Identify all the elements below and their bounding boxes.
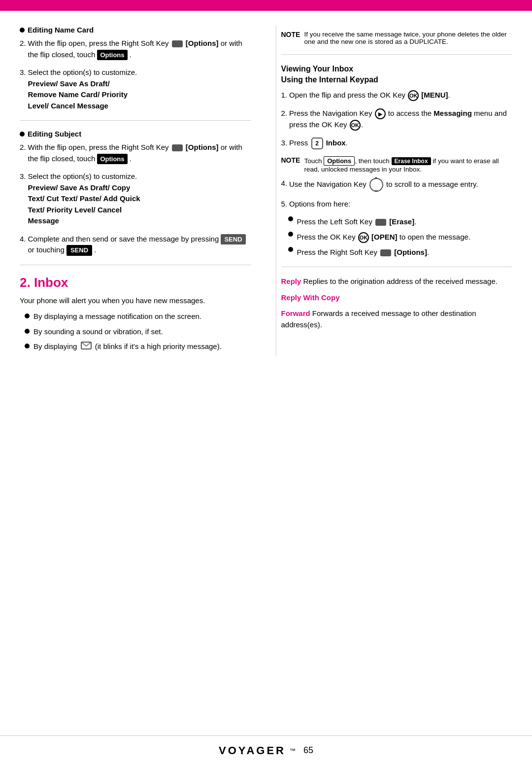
erase-inbox-badge: Erase Inbox xyxy=(392,157,431,165)
soft-key-icon-2 xyxy=(172,144,183,151)
bullet-dot-6 xyxy=(288,216,293,221)
page-number: 65 xyxy=(303,745,313,756)
num-2-icon: 2 xyxy=(311,138,323,149)
bullet-dot-4 xyxy=(25,329,30,334)
divider1 xyxy=(20,120,251,121)
divider4 xyxy=(281,267,513,267)
editing-subject-step2: 2. With the flip open, press the Right S… xyxy=(20,142,251,164)
note-top: NOTE If you receive the same message twi… xyxy=(281,31,513,45)
soft-key-icon xyxy=(172,40,183,47)
bullet-dot-8 xyxy=(288,247,293,252)
viewing-step5: 5. Options from here: xyxy=(281,199,513,210)
viewing-step4: 4. Use the Navigation Key ⌃⌄ to scroll t… xyxy=(281,178,513,192)
editing-name-card-step2: 2. With the flip open, press the Right S… xyxy=(20,38,251,60)
bullet-dot-5 xyxy=(25,344,30,348)
bullet-dot-2 xyxy=(20,132,25,137)
editing-subject-heading: Editing Subject xyxy=(20,130,251,138)
editing-name-card-step3: 3. Select the option(s) to customize. Pr… xyxy=(20,67,251,111)
brand-name: VOYAGER xyxy=(219,744,286,757)
envelope-icon xyxy=(81,342,92,349)
inbox-bullet-2: By sounding a sound or vibration, if set… xyxy=(25,326,251,338)
bullet-dot-3 xyxy=(25,313,30,318)
inbox-bullet-list: By displaying a message notification on … xyxy=(25,311,251,352)
divider2 xyxy=(20,265,251,265)
note-erase-inbox: NOTE Touch Options, then touch Erase Inb… xyxy=(281,156,513,173)
bullet-dot-7 xyxy=(288,232,293,237)
viewing-inbox-heading: Viewing Your Inbox Using the Internal Ke… xyxy=(281,64,513,86)
soft-key-left-icon xyxy=(375,219,386,226)
top-bar xyxy=(0,0,532,11)
viewing-step2: 2. Press the Navigation Key ▶ to access … xyxy=(281,108,513,131)
right-column: NOTE If you receive the same message twi… xyxy=(276,26,513,356)
ok-key-icon-2: OK xyxy=(350,120,361,131)
send-badge: SEND xyxy=(221,234,245,245)
viewing-step3: 3. Press 2 Inbox. xyxy=(281,138,513,149)
editing-name-card-heading: Editing Name Card xyxy=(20,26,251,34)
editing-subject-step4: 4. Complete and then send or save the me… xyxy=(20,234,251,256)
forward-text: Forward Forwards a received message to o… xyxy=(281,308,513,330)
nav-scroll-icon: ⌃⌄ xyxy=(369,178,383,192)
main-content: Editing Name Card 2. With the flip open,… xyxy=(0,11,532,396)
footer: VOYAGER ™ 65 xyxy=(0,735,532,765)
editing-subject-step3: 3. Select the option(s) to customize. Pr… xyxy=(20,171,251,227)
inbox-body-text: Your phone will alert you when you have … xyxy=(20,295,251,307)
inbox-section-title: 2. Inbox xyxy=(20,275,251,290)
viewing-step1: 1. Open the flip and press the OK Key OK… xyxy=(281,90,513,101)
soft-key-right-icon xyxy=(380,249,391,256)
nav-right-icon: ▶ xyxy=(375,108,386,119)
options-touch-badge: Options xyxy=(324,156,355,166)
sub-bullet-open: Press the OK Key OK [OPEN] to open the m… xyxy=(288,232,513,243)
ok-key-icon-1: OK xyxy=(408,90,419,101)
inbox-bullet-3: By displaying (it blinks if it's a high … xyxy=(25,341,251,352)
sub-bullet-erase: Press the Left Soft Key [Erase]. xyxy=(288,216,513,228)
reply-with-copy: Reply With Copy xyxy=(281,292,513,304)
ok-key-icon-3: OK xyxy=(358,232,369,243)
inbox-bullet-1: By displaying a message notification on … xyxy=(25,311,251,322)
trademark-symbol: ™ xyxy=(290,747,296,754)
send-badge-outline: SEND xyxy=(66,245,92,256)
bullet-dot xyxy=(20,28,25,33)
reply-text: Reply Replies to the origination address… xyxy=(281,276,513,287)
options-sub-list: Press the Left Soft Key [Erase]. Press t… xyxy=(288,216,513,258)
sub-bullet-options: Press the Right Soft Key [Options]. xyxy=(288,247,513,258)
options-badge: Options xyxy=(97,50,127,61)
left-column: Editing Name Card 2. With the flip open,… xyxy=(20,26,261,356)
options-badge-2: Options xyxy=(97,154,127,165)
divider3 xyxy=(281,54,513,55)
